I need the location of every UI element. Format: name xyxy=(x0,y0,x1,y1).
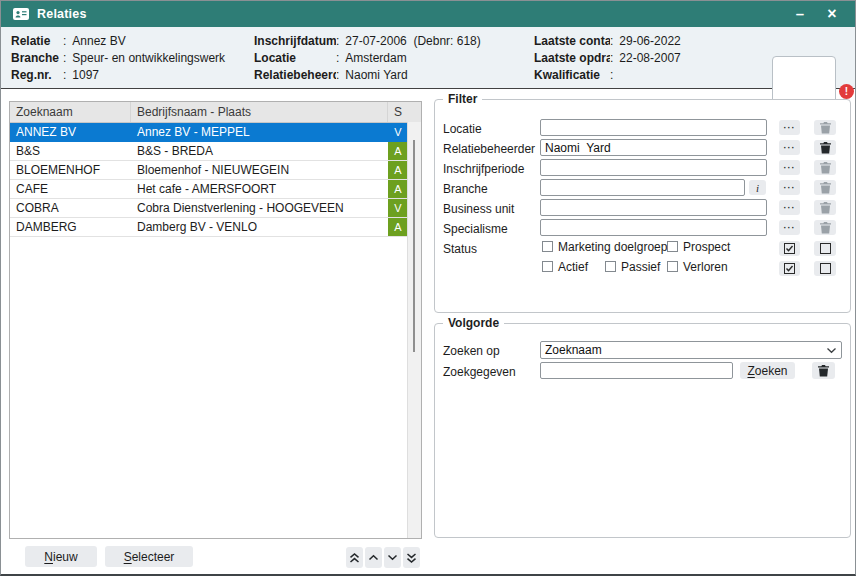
status-badge: V xyxy=(388,123,408,141)
table-row[interactable]: CAFE Het cafe - AMERSFOORT A xyxy=(10,180,421,199)
zoeken-button[interactable]: Zoeken xyxy=(740,362,795,379)
table-row[interactable]: COBRA Cobra Dienstverlening - HOOGEVEEN … xyxy=(10,199,421,218)
checkbox-label: Marketing doelgroep xyxy=(558,240,667,254)
filter-field-label: Specialisme xyxy=(443,222,508,236)
specialisme-clear-button[interactable] xyxy=(814,220,836,235)
filter-field-label: Relatiebeheerder xyxy=(443,142,535,156)
actief-checkbox[interactable] xyxy=(542,261,553,272)
filter-field-label: Branche xyxy=(443,182,488,196)
prospect-checkbox[interactable] xyxy=(667,241,678,252)
relaties-window: Relaties – × RelatieAnnez BV BrancheSpeu… xyxy=(0,0,856,576)
clear-all-status-row2-button[interactable] xyxy=(814,261,836,276)
volgorde-groupbox: Volgorde Zoeken op Zoeknaam Zoekgegeven … xyxy=(434,323,851,538)
relatiebeheerder-filter-input[interactable] xyxy=(540,139,767,156)
table-row[interactable]: B&S B&S - BREDA A xyxy=(10,142,421,161)
column-header-bedrijfsnaam[interactable]: Bedrijfsnaam - Plaats xyxy=(131,102,388,122)
filter-row-locatie: Locatie ··· xyxy=(435,119,850,139)
field-value: Naomi Yard xyxy=(345,67,407,84)
last-record-button[interactable] xyxy=(403,547,420,568)
table-row[interactable]: ANNEZ BV Annez BV - MEPPEL V xyxy=(10,123,421,142)
column-header-zoeknaam[interactable]: Zoeknaam xyxy=(10,102,131,122)
nieuw-button[interactable]: Nieuw xyxy=(25,546,97,567)
field-label: Kwalificatie xyxy=(534,67,610,84)
ellipsis-icon: ··· xyxy=(784,143,796,153)
ellipsis-icon: ··· xyxy=(784,163,796,173)
ellipsis-icon: ··· xyxy=(784,123,796,133)
zoeken-op-selected-value: Zoeknaam xyxy=(545,343,826,357)
nieuw-button-label: Nieuw xyxy=(44,550,77,564)
column-header-status[interactable]: S xyxy=(388,102,408,122)
header-summary: RelatieAnnez BV BrancheSpeur- en ontwikk… xyxy=(1,27,855,89)
filter-field-label: Inschrijfperiode xyxy=(443,162,524,176)
marketing-doelgroep-checkbox[interactable] xyxy=(542,241,553,252)
cell-bedrijfsnaam: Damberg BV - VENLO xyxy=(131,218,388,236)
colon xyxy=(63,33,66,50)
status-badge: V xyxy=(388,199,408,217)
zoekgegeven-clear-button[interactable] xyxy=(812,362,835,379)
colon xyxy=(63,67,66,84)
table-row[interactable]: DAMBERG Damberg BV - VENLO A xyxy=(10,218,421,237)
zoeken-op-select[interactable]: Zoeknaam xyxy=(540,341,842,359)
titlebar: Relaties – × xyxy=(1,1,855,27)
first-record-button[interactable] xyxy=(346,547,363,568)
field-label: Locatie xyxy=(254,50,336,67)
colon xyxy=(610,33,613,50)
branche-clear-button[interactable] xyxy=(814,180,836,195)
minimize-button[interactable]: – xyxy=(789,1,811,27)
selecteer-button[interactable]: Selecteer xyxy=(105,546,193,567)
table-row[interactable]: BLOEMENHOF Bloemenhof - NIEUWEGEIN A xyxy=(10,161,421,180)
select-all-status-row2-button[interactable] xyxy=(779,261,800,276)
table-header-row: Zoeknaam Bedrijfsnaam - Plaats S xyxy=(10,102,421,123)
clear-all-status-row1-button[interactable] xyxy=(814,241,836,256)
next-record-button[interactable] xyxy=(384,547,401,568)
record-navigation xyxy=(346,547,420,568)
inschrijfperiode-filter-input[interactable] xyxy=(540,159,767,176)
business-unit-filter-input[interactable] xyxy=(540,199,767,216)
info-icon: i xyxy=(756,182,759,194)
verloren-checkbox[interactable] xyxy=(667,261,678,272)
checkbox-label: Passief xyxy=(621,260,660,274)
relatiebeheerder-lookup-button[interactable]: ··· xyxy=(779,140,800,155)
branche-filter-input[interactable] xyxy=(540,179,745,196)
filter-row-specialisme: Specialisme ··· xyxy=(435,219,850,239)
cell-zoeknaam: B&S xyxy=(10,142,131,160)
locatie-clear-button[interactable] xyxy=(814,120,836,135)
filter-field-label: Business unit xyxy=(443,202,514,216)
locatie-lookup-button[interactable]: ··· xyxy=(779,120,800,135)
select-all-status-row1-button[interactable] xyxy=(779,241,800,256)
zoekgegeven-label: Zoekgegeven xyxy=(443,365,516,379)
zoekgegeven-input[interactable] xyxy=(540,362,733,379)
business-unit-lookup-button[interactable]: ··· xyxy=(779,200,800,215)
checkbox-label: Actief xyxy=(558,260,588,274)
selecteer-button-label: Selecteer xyxy=(124,550,175,564)
field-label: Relatie xyxy=(11,33,63,50)
unchecked-box-icon xyxy=(820,243,831,254)
relatiebeheerder-clear-button[interactable] xyxy=(814,140,836,155)
trash-icon xyxy=(818,365,829,377)
inschrijfperiode-lookup-button[interactable]: ··· xyxy=(779,160,800,175)
specialisme-lookup-button[interactable]: ··· xyxy=(779,220,800,235)
trash-icon xyxy=(820,202,831,214)
volgorde-legend: Volgorde xyxy=(443,316,504,330)
business-unit-clear-button[interactable] xyxy=(814,200,836,215)
close-button[interactable]: × xyxy=(821,1,843,27)
cell-zoeknaam: ANNEZ BV xyxy=(10,123,131,141)
previous-record-button[interactable] xyxy=(365,547,382,568)
branche-info-button[interactable]: i xyxy=(749,180,766,195)
locatie-filter-input[interactable] xyxy=(540,119,767,136)
specialisme-filter-input[interactable] xyxy=(540,219,767,236)
colon xyxy=(336,50,339,67)
filter-row-inschrijfperiode: Inschrijfperiode ··· xyxy=(435,159,850,179)
scrollbar-thumb[interactable] xyxy=(413,140,415,352)
cell-zoeknaam: BLOEMENHOF xyxy=(10,161,131,179)
double-chevron-up-icon xyxy=(349,553,360,563)
cell-bedrijfsnaam: B&S - BREDA xyxy=(131,142,388,160)
colon xyxy=(336,67,339,84)
branche-lookup-button[interactable]: ··· xyxy=(779,180,800,195)
column-header-filler xyxy=(408,102,421,122)
field-label: Reg.nr. xyxy=(11,67,63,84)
checkbox-label: Prospect xyxy=(683,240,730,254)
table-scrollbar[interactable] xyxy=(407,122,421,538)
passief-checkbox[interactable] xyxy=(605,261,616,272)
inschrijfperiode-clear-button[interactable] xyxy=(814,160,836,175)
